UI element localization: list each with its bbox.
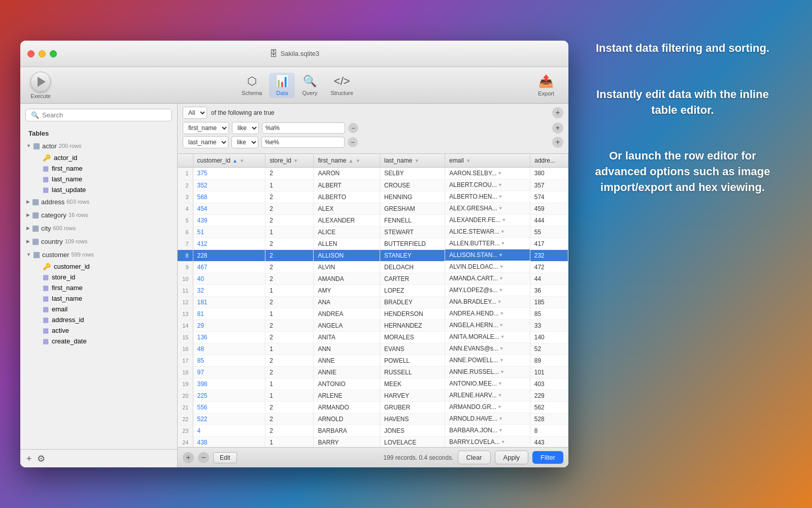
customer-id-cell[interactable]: 29 [197,322,204,329]
sidebar-item-create-date[interactable]: ▦ create_date [20,336,177,346]
email-header[interactable]: email ▼ [445,154,530,168]
customer-id-cell[interactable]: 32 [197,287,204,294]
customer-id-header[interactable]: customer_id ▲ ▼ [193,154,265,168]
sidebar-item-address-id[interactable]: ▦ address_id [20,314,177,325]
structure-button[interactable]: </> Structure [324,73,359,98]
table-row[interactable]: 121812ANABRADLEYANA.BRADLEY...▼185 [178,296,568,308]
first-name-cell[interactable]: ARNOLD [314,413,380,425]
customer-id-cell[interactable]: 97 [197,369,204,376]
first-name-cell[interactable]: AMANDA [314,273,380,284]
first-name-cell[interactable]: ALLISON [314,249,380,261]
table-row[interactable]: 11321AMYLOPEZAMY.LOPEZ@s...▼36 [178,284,568,296]
table-row[interactable]: 2342BARBARAJONESBARBARA.JON...▼8 [178,425,568,436]
first-name-cell[interactable]: ARLENE [314,390,380,401]
customer-id-cell[interactable]: 181 [197,299,208,306]
table-row[interactable]: 18972ANNIERUSSELLANNIE.RUSSEL...▼101 [178,366,568,378]
customer-id-cell[interactable]: 438 [197,439,208,446]
table-row[interactable]: 74122ALLENBUTTERFIELDALLEN.BUTTER...▼417 [178,238,568,249]
customer-id-cell[interactable]: 40 [197,275,204,282]
sidebar-item-customer-id[interactable]: 🔑 customer_id [20,261,177,272]
add-condition-button[interactable]: + [552,107,563,118]
first-name-cell[interactable]: ALLEN [314,238,380,249]
edit-row-button[interactable]: Edit [213,452,237,463]
customer-id-cell[interactable]: 85 [197,357,204,364]
table-row[interactable]: 202251ARLENEHARVEYARLENE.HARV...▼229 [178,390,568,401]
sidebar-item-actor-id[interactable]: 🔑 actor_id [20,152,177,163]
sidebar-item-last-update[interactable]: ▦ last_update [20,184,177,195]
sidebar-item-last-name-actor[interactable]: ▦ last_name [20,174,177,184]
add-after-condition-2-button[interactable]: + [552,137,563,148]
sidebar-item-address[interactable]: ▶ ▦ address 603 rows [20,195,177,208]
first-name-cell[interactable]: ANN [314,343,380,355]
first-name-cell[interactable]: BARBARA [314,425,380,436]
table-row[interactable]: 13752AARONSELBYAARON.SELBY...▼380 [178,168,568,180]
customer-id-cell[interactable]: 467 [197,264,208,271]
first-name-cell[interactable]: ALEXANDER [314,214,380,226]
first-name-cell[interactable]: ANTONIO [314,378,380,390]
first-name-cell[interactable]: ANNIE [314,366,380,378]
sort-customer-id-icon[interactable]: ▲ [232,158,238,164]
sidebar-item-active[interactable]: ▦ active [20,325,177,336]
col-menu-email-icon[interactable]: ▼ [466,158,471,164]
customer-id-cell[interactable]: 228 [197,252,208,259]
settings-button[interactable]: ⚙ [37,454,45,463]
col-menu-last-name-icon[interactable]: ▼ [414,158,419,164]
value-input-1[interactable] [262,122,345,134]
table-row[interactable]: 225222ARNOLDHAVENSARNOLD.HAVE...▼528 [178,413,568,425]
add-table-button[interactable]: + [26,454,32,463]
sidebar-item-first-name-actor[interactable]: ▦ first_name [20,163,177,174]
table-row[interactable]: 17852ANNEPOWELLANNE.POWELL...▼89 [178,355,568,366]
search-box[interactable]: 🔍 [25,109,172,121]
first-name-cell[interactable]: ALBERT [314,179,380,191]
customer-id-cell[interactable]: 398 [197,380,208,388]
first-name-cell[interactable]: ARMANDO [314,401,380,413]
customer-id-cell[interactable]: 136 [197,334,208,341]
field-select-1[interactable]: first_name [183,122,229,134]
remove-condition-1-button[interactable]: − [348,123,358,133]
first-name-cell[interactable]: AARON [314,168,380,180]
table-row[interactable]: 10402AMANDACARTERAMANDA.CART...▼44 [178,273,568,284]
remove-row-button[interactable]: − [198,452,209,463]
customer-id-cell[interactable]: 412 [197,240,208,247]
sidebar-item-country[interactable]: ▶ ▦ country 109 rows [20,235,177,248]
sidebar-item-customer[interactable]: ▼ ▦ customer 599 rows [20,248,177,261]
first-name-cell[interactable]: ANITA [314,331,380,343]
first-name-cell[interactable]: ALBERTO [314,191,380,203]
clear-button[interactable]: Clear [458,451,491,464]
table-row[interactable]: 14292ANGELAHERNANDEZANGELA.HERN...▼33 [178,320,568,331]
customer-id-cell[interactable]: 522 [197,416,208,423]
apply-button[interactable]: Apply [495,451,529,464]
first-name-cell[interactable]: AMY [314,284,380,296]
first-name-cell[interactable]: ANGELA [314,320,380,331]
sidebar-item-city[interactable]: ▶ ▦ city 600 rows [20,221,177,235]
table-row[interactable]: 193981ANTONIOMEEKANTONIO.MEE...▼403 [178,378,568,390]
customer-id-cell[interactable]: 454 [197,205,208,212]
schema-button[interactable]: ⬡ Schema [235,73,268,98]
value-input-2[interactable] [261,137,345,148]
first-name-cell[interactable]: ALICE [314,226,380,238]
first-name-cell[interactable]: ALVIN [314,261,380,273]
customer-id-cell[interactable]: 225 [197,392,208,399]
first-name-cell[interactable]: ANDREA [314,308,380,320]
customer-id-cell[interactable]: 568 [197,194,208,201]
customer-id-cell[interactable]: 4 [197,427,201,434]
customer-id-cell[interactable]: 439 [197,217,208,224]
filter-button[interactable]: Filter [532,451,563,464]
close-button[interactable] [27,50,35,57]
customer-id-cell[interactable]: 352 [197,182,208,189]
operator-select-2[interactable]: like [231,136,258,148]
field-select-2[interactable]: last_name [183,136,228,148]
table-row[interactable]: 151362ANITAMORALESANITA.MORALE...▼140 [178,331,568,343]
table-row[interactable]: 94672ALVINDELOACHALVIN.DELOAC...▼472 [178,261,568,273]
sidebar-item-actor[interactable]: ▼ ▦ actor 200 rows [20,139,177,152]
table-row[interactable]: 54392ALEXANDERFENNELLALEXANDER.FE...▼444 [178,214,568,226]
add-after-condition-1-button[interactable]: + [552,122,563,134]
first-name-cell[interactable]: ANA [314,296,380,308]
first-name-cell[interactable]: ALEX [314,203,380,214]
sidebar-item-first-name[interactable]: ▦ first_name [20,282,177,293]
store-id-header[interactable]: store_id ▼ [265,154,314,168]
remove-condition-2-button[interactable]: − [348,137,358,147]
customer-id-cell[interactable]: 51 [197,229,204,236]
table-row[interactable]: 244381BARRYLOVELACEBARRY.LOVELA...▼443 [178,436,568,447]
first-name-cell[interactable]: ANNE [314,355,380,366]
